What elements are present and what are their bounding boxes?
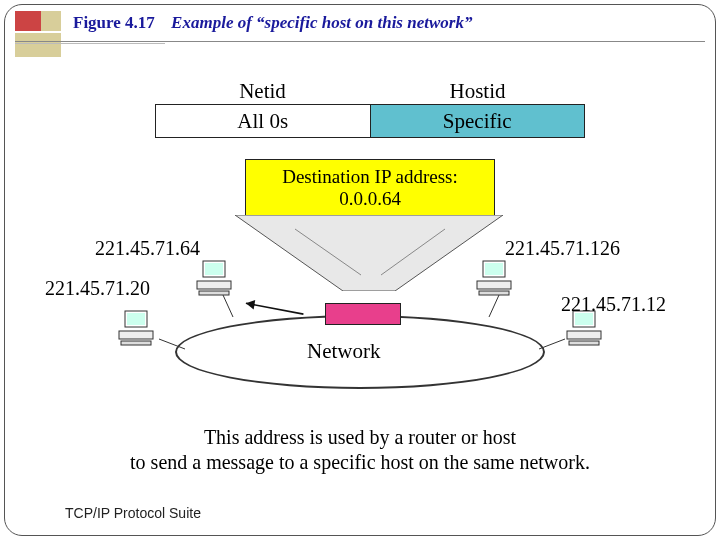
- arrow-icon: [235, 291, 305, 331]
- header-rule: [15, 41, 705, 55]
- ip-label-host2: 221.45.71.20: [45, 277, 150, 300]
- ip-label-host1: 221.45.71.64: [95, 237, 200, 260]
- destination-box: Destination IP address: 0.0.0.64: [245, 159, 495, 217]
- svg-rect-5: [197, 281, 231, 289]
- svg-line-24: [489, 295, 499, 317]
- svg-rect-19: [567, 331, 601, 339]
- ip-label-host3: 221.45.71.126: [505, 237, 620, 260]
- address-bar: Netid Hostid All 0s Specific: [155, 79, 585, 138]
- hostid-cell: Specific: [371, 105, 585, 137]
- svg-line-22: [539, 339, 565, 349]
- figure-number: Figure 4.17: [73, 13, 155, 32]
- connector-line: [485, 293, 505, 319]
- router-icon: [325, 303, 401, 325]
- ip-label-host4: 221.45.71.12: [561, 293, 666, 316]
- caption-line2: to send a message to a specific host on …: [95, 450, 625, 475]
- svg-rect-15: [477, 281, 511, 289]
- svg-rect-20: [569, 341, 599, 345]
- svg-rect-4: [205, 263, 223, 275]
- footer-text: TCP/IP Protocol Suite: [65, 505, 201, 521]
- svg-rect-11: [119, 331, 153, 339]
- netid-header: Netid: [155, 79, 370, 104]
- header: Figure 4.17 Example of “specific host on…: [15, 11, 705, 57]
- connector-line: [217, 293, 237, 319]
- caption-line1: This address is used by a router or host: [95, 425, 625, 450]
- network-label: Network: [307, 339, 380, 364]
- svg-line-23: [223, 295, 233, 317]
- svg-marker-8: [246, 300, 255, 309]
- connector-line: [537, 333, 567, 353]
- netid-cell: All 0s: [156, 105, 371, 137]
- svg-line-7: [246, 303, 304, 314]
- caption: This address is used by a router or host…: [95, 425, 625, 475]
- connector-line: [157, 333, 187, 353]
- svg-rect-10: [127, 313, 145, 325]
- destination-value: 0.0.0.64: [250, 188, 490, 210]
- svg-line-21: [159, 339, 185, 349]
- funnel-icon: [235, 215, 503, 291]
- figure-title: Figure 4.17 Example of “specific host on…: [73, 13, 472, 33]
- slide-frame: Figure 4.17 Example of “specific host on…: [4, 4, 716, 536]
- hostid-header: Hostid: [370, 79, 585, 104]
- destination-label: Destination IP address:: [250, 166, 490, 188]
- svg-rect-12: [121, 341, 151, 345]
- svg-marker-0: [235, 215, 503, 291]
- svg-rect-14: [485, 263, 503, 275]
- figure-caption: Example of “specific host on this networ…: [171, 13, 472, 32]
- network-diagram: Network: [75, 285, 645, 405]
